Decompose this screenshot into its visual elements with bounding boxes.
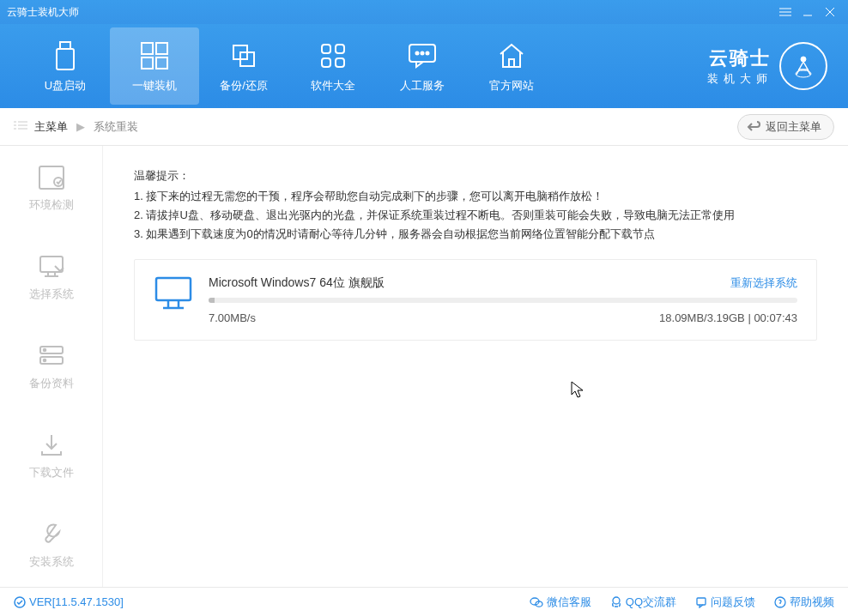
chevron-right-icon: ▶ <box>76 120 85 133</box>
back-to-main-button[interactable]: 返回主菜单 <box>737 114 834 140</box>
download-card: Microsoft Windows7 64位 旗舰版 重新选择系统 7.00MB… <box>134 259 817 341</box>
download-speed: 7.00MB/s <box>209 311 256 324</box>
svg-rect-14 <box>322 45 330 53</box>
footer: VER[11.5.47.1530] 微信客服 QQ交流群 问题反馈 帮助视频 <box>0 587 848 616</box>
svg-point-19 <box>416 52 419 55</box>
breadcrumb-main[interactable]: 主菜单 <box>34 119 68 135</box>
home-icon <box>497 39 526 73</box>
nav-website[interactable]: 官方网站 <box>467 27 556 105</box>
monitor-icon <box>154 275 193 311</box>
footer-help-video[interactable]: 帮助视频 <box>774 595 834 610</box>
svg-point-20 <box>421 52 424 55</box>
svg-rect-16 <box>322 58 330 67</box>
svg-rect-45 <box>697 598 706 605</box>
svg-point-31 <box>54 178 63 186</box>
svg-rect-10 <box>142 57 153 69</box>
nav-software[interactable]: 软件大全 <box>288 27 378 105</box>
svg-point-23 <box>796 70 811 77</box>
step-select-system[interactable]: 选择系统 <box>0 252 102 302</box>
menu-button[interactable] <box>774 3 797 21</box>
nav-support[interactable]: 人工服务 <box>378 27 467 105</box>
download-name: Microsoft Windows7 64位 旗舰版 <box>209 275 385 291</box>
svg-rect-8 <box>142 43 153 54</box>
env-check-icon <box>38 163 65 192</box>
body: 环境检测 选择系统 备份资料 下载文件 安装系统 温馨提示： 1. 接下来的过程… <box>0 146 848 587</box>
breadcrumb-sub: 系统重装 <box>94 119 138 135</box>
tip-line-1: 1. 接下来的过程无需您的干预，程序会帮助您自动完成剩下的步骤，您可以离开电脑稍… <box>134 187 817 206</box>
chat-icon <box>408 39 437 73</box>
svg-point-36 <box>43 359 45 362</box>
windows-icon <box>140 39 169 73</box>
progress-bar <box>209 298 797 303</box>
tip-line-3: 3. 如果遇到下载速度为0的情况时请耐心等待几分钟，服务器会自动根据您当前网络位… <box>134 225 817 244</box>
svg-point-21 <box>427 52 429 55</box>
step-download[interactable]: 下载文件 <box>0 431 102 480</box>
reselect-system-link[interactable]: 重新选择系统 <box>730 275 797 291</box>
svg-rect-15 <box>336 45 344 53</box>
brand-line1: 云骑士 <box>709 45 771 71</box>
svg-point-22 <box>801 57 806 62</box>
top-nav: U盘启动 一键装机 备份/还原 软件大全 人工服务 官方网站 云骑士 装机大师 <box>0 24 848 108</box>
tips-title: 温馨提示： <box>134 166 817 185</box>
copy-icon <box>230 39 257 73</box>
svg-rect-17 <box>336 58 344 67</box>
download-status: 18.09MB/3.19GB | 00:07:43 <box>659 311 797 324</box>
breadcrumb-row: 主菜单 ▶ 系统重装 返回主菜单 <box>0 108 848 146</box>
brand-seal-icon <box>779 42 827 90</box>
step-backup[interactable]: 备份资料 <box>0 341 102 391</box>
footer-qq-group[interactable]: QQ交流群 <box>610 595 676 610</box>
brand: 云骑士 装机大师 <box>707 42 827 90</box>
select-system-icon <box>38 252 65 281</box>
minimize-button[interactable] <box>797 3 819 21</box>
svg-rect-9 <box>156 43 167 54</box>
footer-wechat-support[interactable]: 微信客服 <box>530 595 591 610</box>
nav-one-click-install[interactable]: 一键装机 <box>110 27 199 105</box>
backup-icon <box>38 341 65 371</box>
brand-line2: 装机大师 <box>707 71 772 87</box>
window-title: 云骑士装机大师 <box>7 5 774 20</box>
list-icon <box>14 120 27 133</box>
svg-rect-7 <box>57 49 74 69</box>
breadcrumb: 主菜单 ▶ 系统重装 <box>14 119 138 135</box>
nav-backup-restore[interactable]: 备份/还原 <box>199 27 288 105</box>
close-button[interactable] <box>819 3 841 21</box>
svg-rect-37 <box>156 278 191 300</box>
nav-usb-boot[interactable]: U盘启动 <box>21 27 110 105</box>
svg-rect-11 <box>156 57 167 69</box>
main-content: 温馨提示： 1. 接下来的过程无需您的干预，程序会帮助您自动完成剩下的步骤，您可… <box>103 146 848 587</box>
download-icon <box>39 431 64 460</box>
install-icon <box>39 520 64 549</box>
sidebar-steps: 环境检测 选择系统 备份资料 下载文件 安装系统 <box>0 146 103 587</box>
svg-point-35 <box>43 349 45 352</box>
apps-icon <box>319 39 347 73</box>
version-label[interactable]: VER[11.5.47.1530] <box>14 595 124 608</box>
svg-rect-6 <box>60 42 70 49</box>
svg-point-44 <box>613 597 620 604</box>
titlebar: 云骑士装机大师 <box>0 0 848 24</box>
usb-icon <box>53 39 77 73</box>
step-install[interactable]: 安装系统 <box>0 520 102 570</box>
tip-line-2: 2. 请拔掉U盘、移动硬盘、退出光驱内的光盘，并保证系统重装过程不断电。否则重装… <box>134 206 817 225</box>
step-env-check[interactable]: 环境检测 <box>0 163 102 213</box>
footer-feedback[interactable]: 问题反馈 <box>695 595 755 610</box>
tips: 温馨提示： 1. 接下来的过程无需您的干预，程序会帮助您自动完成剩下的步骤，您可… <box>134 166 817 244</box>
